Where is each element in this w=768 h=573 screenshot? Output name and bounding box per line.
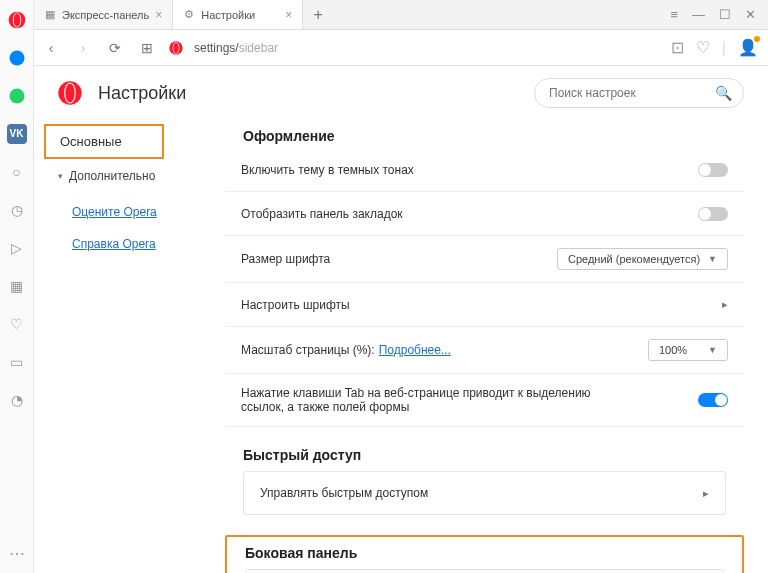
row-font-size: Размер шрифта Средний (рекомендуется) ▼: [225, 236, 744, 283]
close-window-icon[interactable]: ✕: [745, 7, 756, 22]
tab-speeddial[interactable]: ▦ Экспресс-панель ×: [34, 0, 173, 29]
page-title: Настройки: [98, 83, 186, 104]
tab-bar: ▦ Экспресс-панель × ⚙ Настройки × + ≡ — …: [0, 0, 768, 30]
maximize-icon[interactable]: ☐: [719, 7, 731, 22]
messenger-icon[interactable]: [7, 48, 27, 68]
toggle-dark-theme[interactable]: [698, 163, 728, 177]
nav-main[interactable]: Основные: [44, 124, 164, 159]
sidebar-strip: VK ○ ◷ ▷ ▦ ♡ ▭ ◔ ⋯: [0, 0, 34, 573]
tab-settings[interactable]: ⚙ Настройки ×: [173, 0, 303, 29]
select-value: 100%: [659, 344, 687, 356]
chevron-down-icon: ▼: [708, 345, 717, 355]
select-value: Средний (рекомендуется): [568, 253, 700, 265]
select-page-zoom[interactable]: 100% ▼: [648, 339, 728, 361]
nav-link-help[interactable]: Справка Opera: [44, 233, 225, 255]
opera-icon: [56, 79, 84, 107]
svg-point-4: [9, 89, 24, 104]
nav-advanced[interactable]: ▾ Дополнительно: [44, 159, 225, 193]
row-customize-fonts[interactable]: Настроить шрифты ▸: [225, 283, 744, 327]
row-page-zoom: Масштаб страницы (%): Подробнее... 100% …: [225, 327, 744, 374]
chevron-down-icon: ▾: [58, 171, 63, 181]
section-sidebar-title: Боковая панель: [245, 545, 742, 561]
section-quickaccess-title: Быстрый доступ: [243, 447, 744, 463]
row-manage-sidebar[interactable]: Управление боковой панелью ↖ ▸: [245, 569, 724, 573]
select-font-size[interactable]: Средний (рекомендуется) ▼: [557, 248, 728, 270]
link-zoom-more[interactable]: Подробнее...: [379, 343, 451, 357]
row-manage-quickaccess[interactable]: Управлять быстрым доступом ▸: [243, 471, 726, 515]
news-icon[interactable]: ▭: [7, 352, 27, 372]
window-controls: ≡ — ☐ ✕: [670, 0, 768, 29]
whatsapp-icon[interactable]: [7, 86, 27, 106]
heart-icon[interactable]: ♡: [696, 38, 710, 57]
vk-icon[interactable]: VK: [7, 124, 27, 144]
back-button[interactable]: ‹: [40, 37, 62, 59]
label: Включить тему в темных тонах: [241, 163, 414, 177]
svg-point-7: [173, 42, 178, 53]
sidebar-section-highlight: Боковая панель Управление боковой панель…: [225, 535, 744, 573]
reload-button[interactable]: ⟳: [104, 37, 126, 59]
speeddial-button[interactable]: ⊞: [136, 37, 158, 59]
heart-icon[interactable]: ♡: [7, 314, 27, 334]
tab-label: Настройки: [201, 9, 255, 21]
menu-icon[interactable]: ≡: [670, 7, 678, 22]
label: Масштаб страницы (%):: [241, 343, 375, 357]
forward-button[interactable]: ›: [72, 37, 94, 59]
label: Отобразить панель закладок: [241, 207, 403, 221]
svg-point-10: [65, 83, 74, 102]
more-icon[interactable]: ⋯: [7, 543, 27, 563]
chevron-down-icon: ▼: [708, 254, 717, 264]
chevron-right-icon: ▸: [722, 298, 728, 311]
new-tab-button[interactable]: +: [303, 0, 333, 29]
svg-point-3: [9, 51, 24, 66]
clock-icon[interactable]: ◔: [7, 390, 27, 410]
search-icon: 🔍: [715, 85, 732, 101]
url-field[interactable]: settings/sidebar: [194, 41, 278, 55]
search-input[interactable]: [534, 78, 744, 108]
svg-point-2: [13, 13, 20, 27]
nav-link-rate[interactable]: Оцените Opera: [44, 201, 225, 223]
close-icon[interactable]: ×: [155, 8, 162, 22]
tab-label: Экспресс-панель: [62, 9, 149, 21]
profile-icon[interactable]: 👤: [738, 38, 758, 57]
snapshot-icon[interactable]: ⊡: [671, 38, 684, 57]
url-path: sidebar: [239, 41, 278, 55]
minimize-icon[interactable]: —: [692, 7, 705, 22]
toggle-tab-highlight[interactable]: [698, 393, 728, 407]
section-appearance-title: Оформление: [243, 128, 744, 144]
search-wrap: 🔍: [534, 78, 744, 108]
settings-header: Настройки 🔍: [0, 66, 768, 120]
label: Настроить шрифты: [241, 298, 350, 312]
row-bookmarks-bar: Отобразить панель закладок: [225, 192, 744, 236]
toggle-bookmarks-bar[interactable]: [698, 207, 728, 221]
close-icon[interactable]: ×: [285, 8, 292, 22]
label: Размер шрифта: [241, 252, 330, 266]
history-icon[interactable]: ◷: [7, 200, 27, 220]
address-bar: ‹ › ⟳ ⊞ settings/sidebar ⊡ ♡ | 👤: [0, 30, 768, 66]
url-prefix: settings/: [194, 41, 239, 55]
opera-icon[interactable]: [7, 10, 27, 30]
gear-icon: ⚙: [183, 9, 195, 21]
row-tab-highlight: Нажатие клавиши Tab на веб-странице прив…: [225, 374, 744, 427]
send-icon[interactable]: ▷: [7, 238, 27, 258]
opera-icon: [168, 40, 184, 56]
settings-content: Оформление Включить тему в темных тонах …: [225, 120, 768, 573]
chat-icon[interactable]: ○: [7, 162, 27, 182]
nav-advanced-label: Дополнительно: [69, 169, 155, 183]
label: Управлять быстрым доступом: [260, 486, 428, 500]
chevron-right-icon: ▸: [703, 487, 709, 500]
speeddial-icon: ▦: [44, 9, 56, 21]
grid-icon[interactable]: ▦: [7, 276, 27, 296]
label: Нажатие клавиши Tab на веб-странице прив…: [241, 386, 601, 414]
row-dark-theme: Включить тему в темных тонах: [225, 148, 744, 192]
